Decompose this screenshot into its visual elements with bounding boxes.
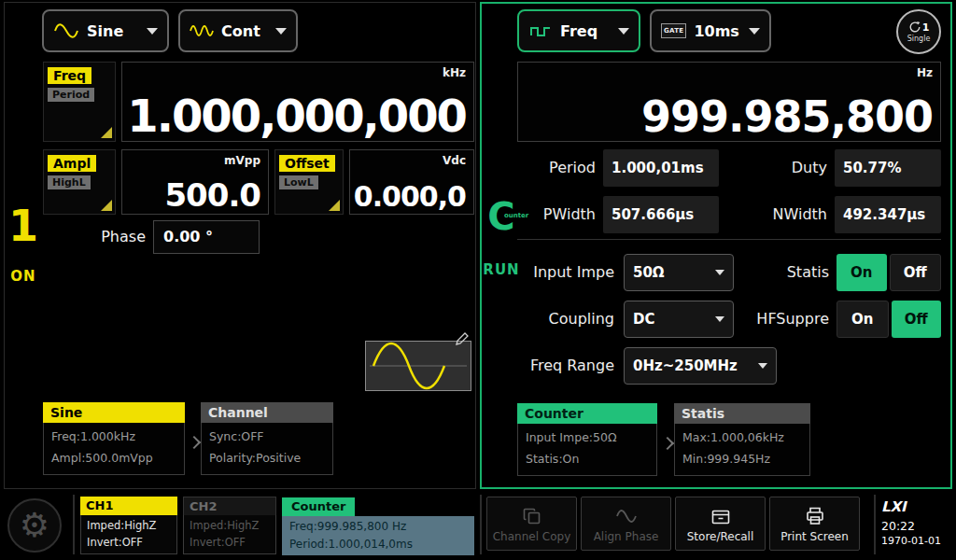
channel1-on-indicator: ON [5, 268, 42, 285]
offset-param-button[interactable]: Offset LowL [274, 149, 344, 215]
counter-status-card[interactable]: Counter Freq:999.985,800 Hz Period:1.000… [282, 497, 474, 555]
freq-meter-icon [528, 22, 553, 39]
run-mode-dropdown[interactable]: Cont [178, 9, 298, 52]
freq-param-button[interactable]: Freq Period [43, 62, 116, 142]
ampl-display[interactable]: mVpp 500.0 [121, 149, 269, 215]
chevron-down-icon [715, 316, 724, 322]
divider [480, 495, 482, 554]
card-line: Input Impe:50Ω [526, 427, 649, 448]
card-body: Imped:HighZ Invert:OFF [183, 515, 276, 554]
counter-mode-dropdown[interactable]: Freq [517, 9, 640, 52]
ampl-param-button[interactable]: Ampl HighL [43, 149, 116, 215]
offset-label: Offset [279, 155, 335, 172]
button-label: Print Screen [780, 530, 849, 543]
offset-display[interactable]: Vdc 0.000,0 [349, 149, 474, 215]
chevron-down-icon [147, 28, 158, 35]
freq-display[interactable]: kHz 1.000,000,000 [121, 62, 474, 142]
chevron-down-icon [715, 270, 724, 275]
card-title: Sine [43, 402, 185, 423]
hf-suppress-toggle: On Off [836, 301, 941, 338]
waveform-summary-card[interactable]: Sine Freq:1.000kHz Ampl:500.0mVpp [43, 402, 185, 475]
waveform-dropdown-value: Sine [87, 22, 123, 40]
run-mode-dropdown-value: Cont [221, 22, 260, 40]
freq-value: 1.000,000,000 [127, 93, 466, 138]
input-impedance-label: Input Impe [517, 254, 614, 291]
card-line: Min:999.945Hz [682, 448, 802, 469]
card-line: Imped:HighZ [190, 518, 270, 535]
card-title: Counter [282, 497, 355, 516]
corner-triangle-icon [329, 200, 340, 211]
card-body: Sync:OFF Polarity:Positive [201, 423, 333, 475]
channel-copy-button[interactable]: Channel Copy [486, 497, 577, 551]
counter-mode-value: Freq [560, 22, 598, 40]
input-impedance-dropdown[interactable]: 50Ω [624, 254, 734, 291]
statis-summary-card[interactable]: Statis Max:1.000,06kHz Min:999.945Hz [674, 403, 810, 476]
card-body: Input Impe:50Ω Statis:On [517, 424, 657, 476]
counter-unit: Hz [917, 66, 933, 79]
freq-unit: kHz [443, 66, 466, 79]
freq-label: Freq [48, 67, 91, 84]
card-title: Statis [674, 403, 810, 424]
button-label: Store/Recall [687, 530, 754, 543]
card-line: Sync:OFF [209, 426, 325, 447]
date-display: 1970-01-01 [881, 535, 941, 547]
continuous-wave-icon [190, 22, 214, 39]
highlevel-sublabel: HighL [48, 175, 91, 189]
statis-toggle: On Off [836, 254, 941, 291]
waveform-dropdown[interactable]: Sine [42, 9, 169, 52]
coupling-value: DC [633, 311, 654, 328]
channel1-panel: 1 ON Sine Cont Freq Period kHz 1.000,000… [4, 2, 476, 489]
offset-value: 0.000,0 [354, 183, 466, 211]
counter-value: 999.985,800 [641, 95, 933, 138]
edit-pencil-icon[interactable] [455, 331, 470, 346]
system-menu-button[interactable]: ⚙ [7, 498, 62, 553]
print-screen-button[interactable]: Print Screen [769, 497, 860, 551]
single-count: 1 [922, 21, 930, 34]
coupling-dropdown[interactable]: DC [624, 301, 734, 338]
period-value: 1.000,01ms [603, 149, 719, 187]
button-label: Align Phase [594, 530, 659, 543]
card-line: Period:1.000,014,0ms [289, 536, 467, 553]
ch1-status-card[interactable]: CH1 Imped:HighZ Invert:OFF [80, 497, 177, 554]
gear-icon: ⚙ [20, 506, 49, 544]
hf-suppress-off-button[interactable]: Off [892, 301, 942, 338]
input-impedance-value: 50Ω [633, 264, 665, 281]
ampl-label: Ampl [48, 155, 96, 172]
chevron-down-icon [275, 28, 287, 35]
hf-suppress-on-button[interactable]: On [836, 301, 889, 338]
gate-time-dropdown[interactable]: GATE 10ms [650, 9, 771, 52]
pwidth-value: 507.666µs [603, 196, 719, 233]
divider [73, 495, 75, 554]
statis-on-button[interactable]: On [836, 254, 887, 291]
refresh-arrow-icon [908, 21, 921, 34]
counter-summary-card[interactable]: Counter Input Impe:50Ω Statis:On [517, 403, 657, 476]
card-line: Freq:1.000kHz [51, 426, 176, 447]
waveform-preview[interactable] [365, 341, 471, 391]
button-label: Channel Copy [493, 530, 571, 543]
counter-run-status: RUN [482, 261, 521, 278]
card-line: Invert:OFF [190, 535, 270, 552]
copy-icon [521, 505, 543, 527]
card-body: Freq:999.985,800 Hz Period:1.000,014,0ms [282, 516, 474, 555]
printer-icon [804, 505, 826, 527]
freq-range-dropdown[interactable]: 0Hz~250MHz [624, 347, 777, 385]
chevron-down-icon [618, 28, 629, 35]
align-phase-button[interactable]: Align Phase [581, 497, 671, 551]
channel-summary-card[interactable]: Channel Sync:OFF Polarity:Positive [201, 402, 333, 475]
bottom-status-bar: ⚙ CH1 Imped:HighZ Invert:OFF CH2 Imped:H… [0, 491, 956, 560]
card-line: Statis:On [526, 448, 649, 469]
corner-triangle-icon [101, 127, 112, 138]
sine-preview-icon [366, 342, 471, 390]
card-line: Max:1.000,06kHz [682, 427, 802, 448]
phase-field[interactable]: 0.00 ° [153, 220, 260, 254]
store-recall-button[interactable]: Store/Recall [675, 497, 766, 551]
single-button[interactable]: 1 Single [896, 9, 941, 54]
card-line: Imped:HighZ [87, 518, 171, 535]
ch2-status-card[interactable]: CH2 Imped:HighZ Invert:OFF [183, 497, 276, 554]
freq-range-label: Freq Range [517, 347, 614, 385]
card-title: CH2 [183, 497, 276, 515]
clock-block: LXI 20:22 1970-01-01 [881, 498, 941, 547]
chevron-right-icon [661, 437, 674, 450]
gate-time-value: 10ms [694, 22, 738, 40]
statis-off-button[interactable]: Off [890, 254, 942, 291]
